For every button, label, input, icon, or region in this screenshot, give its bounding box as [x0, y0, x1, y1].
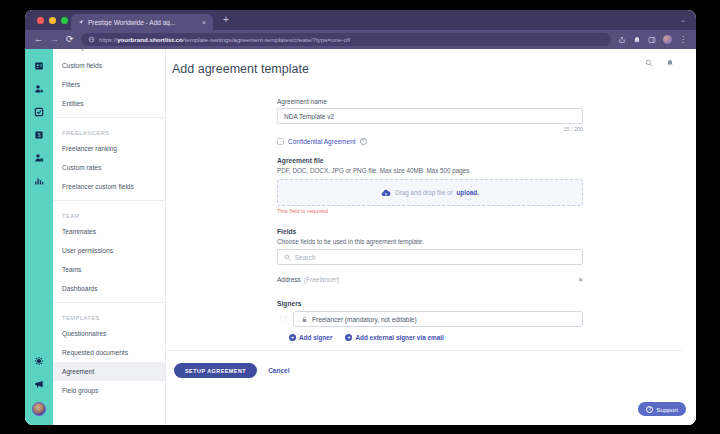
- lock-icon: [301, 316, 308, 323]
- screenshot-stage: Prestige Worldwide - Add ag... × + ⌄ ← →…: [0, 0, 720, 434]
- contacts-badge-icon[interactable]: [34, 61, 44, 71]
- chevron-down-icon[interactable]: ⌄: [680, 16, 686, 24]
- announcements-megaphone-icon[interactable]: [34, 379, 44, 389]
- notifications-bell-icon[interactable]: [666, 59, 674, 67]
- sidebar-divider: [53, 117, 165, 118]
- help-icon[interactable]: ?: [360, 138, 367, 145]
- tab-title: Prestige Worldwide - Add ag...: [88, 19, 198, 26]
- user-avatar[interactable]: [32, 402, 46, 416]
- add-signer-button[interactable]: + Add signer: [289, 334, 332, 341]
- sidebar-item-requested-documents[interactable]: Requested documents: [53, 343, 165, 362]
- dropzone-text: Drag and drop file or: [395, 189, 452, 196]
- back-button[interactable]: ←: [34, 35, 43, 44]
- agreement-template-form: Agreement name 15 / 200 Confidential Agr…: [277, 98, 583, 341]
- sidebar-item-public-portal[interactable]: Public portal: [53, 49, 165, 56]
- payments-icon[interactable]: $: [34, 130, 44, 140]
- forward-button[interactable]: →: [50, 35, 59, 44]
- freelancer-search-icon[interactable]: [34, 84, 44, 94]
- support-button[interactable]: ? Support: [638, 402, 686, 416]
- search-icon[interactable]: [645, 59, 653, 67]
- question-circle-icon: ?: [646, 406, 653, 413]
- page-title: Add agreement template: [172, 62, 309, 76]
- side-panel-icon[interactable]: [648, 36, 656, 44]
- app-content: $ Public portal Custom fields Filters En…: [25, 49, 696, 425]
- sidebar-header-freelancers: FREELANCERS: [53, 120, 165, 139]
- confidential-row: Confidential Agreement ?: [277, 138, 583, 145]
- browser-menu-icon[interactable]: ⋮: [679, 36, 687, 44]
- freelancer-approved-icon[interactable]: [34, 153, 44, 163]
- sidebar-item-freelancer-custom-fields[interactable]: Freelancer custom fields: [53, 177, 165, 196]
- main-top-icons: [645, 59, 674, 67]
- add-external-signer-button[interactable]: + Add external signer via email: [345, 334, 443, 341]
- tasks-check-icon[interactable]: [34, 107, 44, 117]
- sidebar-item-teammates[interactable]: Teammates: [53, 222, 165, 241]
- signers-label: Signers: [277, 300, 583, 307]
- sidebar-item-filters[interactable]: Filters: [53, 75, 165, 94]
- sidebar-item-custom-rates[interactable]: Custom rates: [53, 158, 165, 177]
- minimize-window-button[interactable]: [49, 17, 56, 24]
- fields-label: Fields: [277, 228, 583, 235]
- share-icon[interactable]: [618, 36, 626, 44]
- sidebar-divider: [53, 302, 165, 303]
- sidebar-item-dashboards[interactable]: Dashboards: [53, 279, 165, 298]
- char-counter: 15 / 200: [277, 126, 583, 132]
- window-controls: [37, 17, 68, 24]
- main-panel: Add agreement template Agreement name 15…: [166, 49, 696, 425]
- signer-add-links: + Add signer + Add external signer via e…: [289, 334, 583, 341]
- agreement-name-field-wrap: [277, 108, 583, 124]
- signer-row: ⋮⋮ Freelancer (mandatory, not editable): [277, 311, 583, 327]
- sidebar-item-user-permissions[interactable]: User permissions: [53, 241, 165, 260]
- file-dropzone[interactable]: Drag and drop file or upload.: [277, 179, 583, 206]
- cancel-button[interactable]: Cancel: [268, 367, 289, 374]
- drag-handle-icon[interactable]: ⋮⋮: [277, 315, 288, 323]
- browser-tab-active[interactable]: Prestige Worldwide - Add ag... ×: [71, 14, 213, 30]
- fields-help: Choose fields to be used in this agreeme…: [277, 238, 583, 245]
- toolbar-icons: ⋮: [618, 35, 687, 44]
- reload-button[interactable]: ⟳: [66, 35, 74, 44]
- file-required-error: This field is required: [277, 208, 583, 214]
- agreement-name-input[interactable]: [284, 113, 576, 120]
- sidebar-item-questionnaires[interactable]: Questionnaires: [53, 324, 165, 343]
- upload-cloud-icon: [381, 189, 391, 197]
- fields-search-input[interactable]: [295, 254, 576, 261]
- sidebar-item-freelancer-ranking[interactable]: Freelancer ranking: [53, 139, 165, 158]
- selected-field-scope: (Freelancer): [304, 276, 339, 283]
- url-text: https://yourbrand.shortlist.co/template-…: [99, 36, 351, 43]
- support-label: Support: [656, 406, 678, 413]
- selected-field-name: Address: [277, 276, 301, 283]
- icon-rail: $: [25, 49, 53, 425]
- sidebar-divider: [53, 200, 165, 201]
- fields-search-wrap: [277, 249, 583, 265]
- browser-profile-avatar[interactable]: [663, 35, 672, 44]
- sidebar-item-custom-fields[interactable]: Custom fields: [53, 56, 165, 75]
- sidebar-item-field-groups[interactable]: Field groups: [53, 381, 165, 400]
- plus-circle-icon: +: [345, 334, 352, 341]
- tab-close-icon[interactable]: ×: [202, 19, 206, 26]
- form-actions: SETUP AGREEMENT Cancel: [174, 363, 289, 378]
- site-info-icon[interactable]: [88, 36, 95, 43]
- upload-link[interactable]: upload.: [457, 189, 479, 196]
- address-bar[interactable]: https://yourbrand.shortlist.co/template-…: [81, 33, 611, 46]
- confidential-checkbox[interactable]: [277, 138, 284, 145]
- browser-toolbar: ← → ⟳ https://yourbrand.shortlist.co/tem…: [25, 30, 696, 49]
- setup-agreement-button[interactable]: SETUP AGREEMENT: [174, 363, 257, 378]
- tab-favicon: [78, 19, 84, 25]
- actions-divider: [166, 350, 682, 351]
- new-tab-button[interactable]: +: [223, 15, 229, 25]
- zoom-window-button[interactable]: [61, 17, 68, 24]
- sidebar-item-teams[interactable]: Teams: [53, 260, 165, 279]
- sidebar-item-entities[interactable]: Entities: [53, 94, 165, 113]
- sidebar-item-agreement[interactable]: Agreement: [53, 362, 165, 381]
- bell-icon[interactable]: [633, 36, 641, 44]
- agreement-file-label: Agreement file: [277, 157, 583, 164]
- settings-sidebar: Public portal Custom fields Filters Enti…: [53, 49, 166, 425]
- signer-value: Freelancer (mandatory, not editable): [312, 316, 417, 323]
- remove-field-icon[interactable]: ×: [578, 275, 583, 284]
- reports-chart-icon[interactable]: [34, 176, 44, 186]
- plus-circle-icon: +: [289, 334, 296, 341]
- close-window-button[interactable]: [37, 17, 44, 24]
- settings-gear-icon[interactable]: [34, 356, 44, 366]
- signer-item: Freelancer (mandatory, not editable): [293, 311, 583, 327]
- fields-block: Fields Choose fields to be used in this …: [277, 228, 583, 284]
- sidebar-header-templates: TEMPLATES: [53, 305, 165, 324]
